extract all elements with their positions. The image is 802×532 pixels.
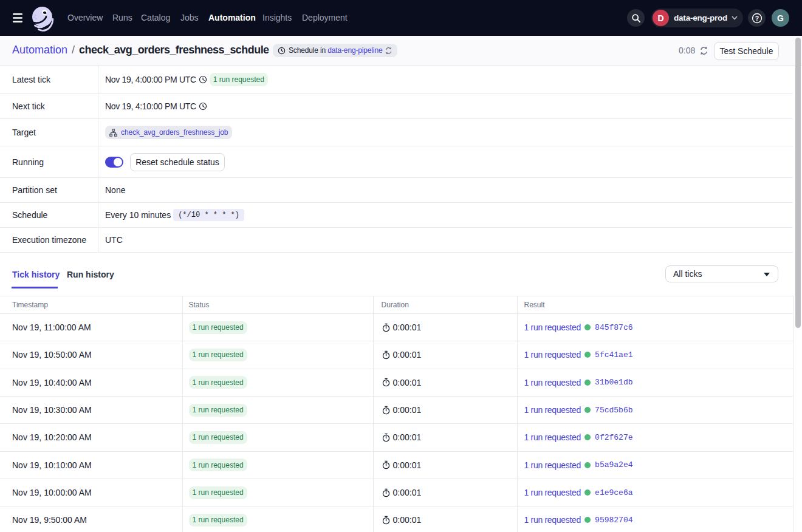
svg-text:?: ? <box>755 14 758 21</box>
